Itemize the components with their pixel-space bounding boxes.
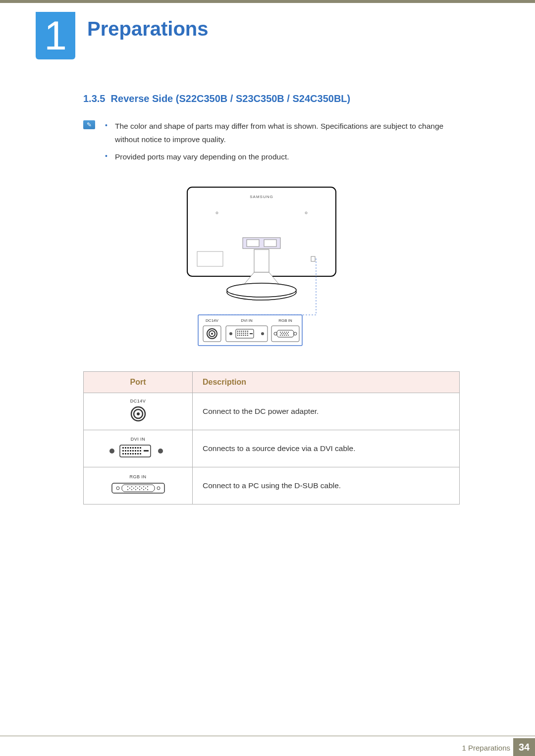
svg-rect-29 [241, 333, 242, 334]
port-desc: Connects to a source device via a DVI ca… [193, 430, 460, 467]
svg-point-95 [143, 486, 144, 487]
svg-rect-35 [241, 335, 242, 336]
svg-rect-38 [247, 335, 248, 336]
note-block: The color and shape of parts may differ … [83, 119, 460, 163]
note-item: Provided ports may vary depending on the… [105, 150, 460, 163]
svg-point-100 [141, 488, 142, 489]
top-accent-bar [0, 0, 535, 3]
svg-point-48 [288, 332, 289, 333]
svg-point-62 [109, 449, 114, 454]
svg-point-47 [286, 332, 287, 333]
svg-text:DC14V: DC14V [206, 318, 218, 323]
svg-rect-71 [140, 447, 141, 449]
dvi-port-icon [106, 444, 170, 458]
svg-rect-87 [140, 453, 141, 454]
svg-point-52 [287, 333, 288, 334]
svg-rect-78 [137, 450, 139, 452]
svg-point-105 [139, 489, 140, 490]
svg-rect-23 [241, 331, 242, 332]
brand-label: SAMSUNG [250, 195, 273, 199]
svg-point-10 [227, 283, 296, 297]
svg-rect-79 [140, 450, 141, 452]
svg-rect-68 [132, 447, 134, 449]
svg-rect-3 [197, 252, 223, 266]
svg-point-92 [131, 486, 132, 487]
svg-point-99 [137, 488, 138, 489]
svg-rect-72 [122, 450, 124, 452]
chapter-title: Preparations [87, 18, 209, 40]
ports-table: Port Description DC14V Connect to the DC… [83, 371, 460, 504]
svg-point-93 [135, 486, 136, 487]
svg-point-49 [281, 333, 282, 334]
svg-point-57 [288, 335, 289, 336]
svg-point-44 [280, 332, 281, 333]
section-number: 1.3.5 [83, 93, 105, 104]
svg-point-101 [145, 488, 146, 489]
port-desc: Connect to the DC power adapter. [193, 393, 460, 430]
note-item: The color and shape of parts may differ … [105, 119, 460, 146]
svg-point-53 [280, 335, 281, 336]
svg-rect-66 [127, 447, 129, 449]
svg-rect-8 [254, 250, 269, 272]
chapter-number: 1 [44, 12, 67, 59]
svg-rect-85 [135, 453, 136, 454]
svg-point-56 [286, 335, 287, 336]
svg-point-50 [283, 333, 284, 334]
svg-rect-37 [245, 335, 246, 336]
svg-rect-31 [245, 333, 246, 334]
svg-point-40 [261, 332, 264, 335]
svg-point-61 [137, 412, 140, 415]
svg-point-51 [285, 333, 286, 334]
svg-point-98 [133, 488, 134, 489]
svg-point-97 [129, 488, 130, 489]
vga-port-icon [111, 481, 165, 495]
svg-rect-81 [125, 453, 126, 454]
section-heading: 1.3.5 Reverse Side (S22C350B / S23C350B … [83, 93, 460, 104]
page-number: 34 [513, 738, 535, 756]
svg-rect-84 [132, 453, 134, 454]
note-list: The color and shape of parts may differ … [105, 119, 460, 163]
svg-rect-7 [264, 240, 276, 247]
svg-rect-6 [247, 240, 259, 247]
port-label: DC14V [94, 399, 182, 403]
th-port: Port [84, 372, 193, 393]
section-title: Reverse Side (S22C350B / S23C350B / S24C… [111, 93, 351, 104]
svg-rect-27 [237, 333, 238, 334]
reverse-side-figure: SAMSUNG DC14V [63, 183, 460, 352]
svg-point-55 [284, 335, 285, 336]
svg-rect-76 [132, 450, 134, 452]
svg-rect-75 [130, 450, 131, 452]
svg-rect-64 [122, 447, 124, 449]
svg-point-104 [135, 489, 136, 490]
svg-point-96 [147, 486, 148, 487]
svg-rect-69 [135, 447, 136, 449]
svg-point-102 [127, 489, 128, 490]
th-description: Description [193, 372, 460, 393]
port-cell-dvi: DVI IN [84, 430, 193, 467]
svg-point-45 [282, 332, 283, 333]
port-cell-rgb: RGB IN [84, 467, 193, 504]
svg-rect-32 [247, 333, 248, 334]
svg-rect-83 [130, 453, 131, 454]
svg-point-54 [282, 335, 283, 336]
svg-rect-82 [127, 453, 129, 454]
svg-rect-36 [243, 335, 244, 336]
svg-point-94 [139, 486, 140, 487]
svg-rect-80 [122, 453, 124, 454]
svg-rect-39 [250, 333, 253, 334]
dc-jack-icon [130, 405, 147, 422]
footer-chapter-ref: 1 Preparations [462, 744, 510, 752]
svg-point-107 [147, 489, 148, 490]
page-content: 1.3.5 Reverse Side (S22C350B / S23C350B … [83, 93, 460, 504]
svg-rect-21 [237, 331, 238, 332]
svg-rect-77 [135, 450, 136, 452]
svg-rect-22 [239, 331, 240, 332]
port-cell-dc: DC14V [84, 393, 193, 430]
svg-rect-28 [239, 333, 240, 334]
table-row: DC14V Connect to the DC power adapter. [84, 393, 460, 430]
table-row: RGB IN Connect to a PC using the D-SUB [84, 467, 460, 504]
svg-rect-24 [243, 331, 244, 332]
svg-text:DVI IN: DVI IN [241, 318, 253, 323]
svg-point-89 [158, 449, 163, 454]
svg-rect-67 [130, 447, 131, 449]
